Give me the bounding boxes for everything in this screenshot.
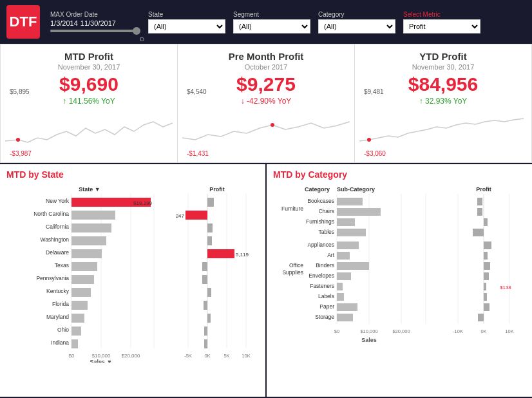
svg-text:Chairs: Chairs — [318, 208, 334, 214]
svg-text:Furniture: Furniture — [281, 205, 303, 212]
category-select[interactable]: (All) — [318, 19, 395, 33]
svg-text:Washington: Washington — [40, 236, 69, 243]
svg-rect-102 — [477, 208, 482, 216]
kpi-ytd-date: November 30, 2017 — [364, 63, 522, 71]
svg-rect-45 — [207, 223, 213, 232]
state-filter-label: State — [148, 11, 225, 18]
svg-rect-85 — [337, 242, 359, 249]
svg-rect-47 — [207, 249, 234, 258]
svg-text:Supplies: Supplies — [282, 269, 303, 276]
svg-rect-43 — [185, 211, 207, 220]
svg-text:$18,190: $18,190 — [133, 200, 152, 206]
bottom-row: MTD by State State ▼ New York North Caro… — [0, 163, 532, 397]
logo-text: DTF — [10, 14, 37, 30]
date-range: 1/3/2014 11/30/2017 — [50, 19, 140, 27]
svg-text:Indiana: Indiana — [51, 339, 69, 346]
svg-rect-55 — [204, 339, 207, 348]
svg-text:Binders: Binders — [316, 262, 334, 269]
svg-rect-107 — [484, 262, 490, 270]
svg-text:Pennsylvania: Pennsylvania — [36, 275, 69, 281]
svg-point-0 — [16, 138, 20, 142]
metric-filter-label: Select Metric — [403, 11, 480, 18]
state-filter-group: State (All) — [148, 11, 225, 33]
date-slider-track[interactable]: D — [50, 30, 140, 32]
svg-text:Sales ▼: Sales ▼ — [90, 359, 113, 363]
svg-text:Office: Office — [289, 262, 303, 269]
state-sales-svg: State ▼ New York North Carolina Californ… — [6, 184, 173, 363]
svg-rect-22 — [71, 211, 115, 220]
svg-text:New York: New York — [46, 198, 70, 204]
category-charts: Category Sub-Category Furniture Bookcase… — [273, 184, 526, 363]
metric-select[interactable]: Profit — [403, 19, 480, 33]
svg-rect-84 — [337, 229, 366, 236]
svg-text:Kentucky: Kentucky — [46, 288, 70, 294]
svg-text:5,119: 5,119 — [236, 252, 249, 258]
svg-text:Profit: Profit — [209, 186, 225, 193]
svg-rect-32 — [71, 339, 78, 348]
svg-rect-103 — [484, 218, 488, 226]
kpi-mtd-profit-value: $9,690 — [10, 73, 168, 95]
svg-text:Bookcases: Bookcases — [307, 198, 334, 204]
svg-text:Envelopes: Envelopes — [309, 272, 334, 279]
svg-rect-101 — [477, 198, 482, 205]
svg-text:0K: 0K — [480, 328, 486, 334]
svg-text:Storage: Storage — [315, 314, 334, 320]
svg-text:-10K: -10K — [453, 328, 463, 334]
kpi-ytd-profit: YTD Profit November 30, 2017 $84,956 ↑ 3… — [354, 44, 532, 163]
state-select[interactable]: (All) — [148, 19, 225, 33]
svg-rect-53 — [207, 314, 211, 323]
segment-select[interactable]: (All) — [233, 19, 310, 33]
kpi-mtd-profit-yoy: ↑ 141.56% YoY — [10, 97, 168, 106]
svg-text:$20,000: $20,000 — [122, 353, 140, 359]
kpi-pre-yoy: ↓ -42.90% YoY — [187, 97, 345, 106]
kpi-pre-value: $9,275 — [187, 73, 345, 95]
svg-text:Category: Category — [305, 186, 330, 193]
svg-text:Delaware: Delaware — [46, 249, 69, 256]
svg-rect-29 — [71, 301, 88, 310]
svg-text:$138: $138 — [500, 285, 511, 290]
segment-filter-label: Segment — [233, 11, 310, 18]
svg-rect-82 — [337, 208, 381, 216]
date-end: 11/30/2017 — [81, 19, 116, 27]
state-waterfall-svg: Profit -4,247 — [175, 184, 259, 363]
svg-text:Labels: Labels — [318, 293, 334, 299]
svg-rect-87 — [337, 262, 369, 270]
svg-text:Art: Art — [327, 252, 335, 258]
kpi-pre-ref-high: $4,540 — [187, 88, 207, 95]
logo: DTF — [6, 5, 40, 39]
svg-text:Texas: Texas — [55, 262, 69, 269]
segment-filter-group: Segment (All) — [233, 11, 310, 33]
svg-text:-4,247: -4,247 — [175, 213, 185, 219]
svg-rect-28 — [71, 288, 91, 297]
svg-rect-86 — [337, 252, 350, 260]
kpi-mtd-ref-low: -$3,987 — [10, 150, 32, 157]
svg-rect-89 — [337, 283, 343, 290]
svg-text:Florida: Florida — [52, 301, 69, 307]
svg-rect-23 — [71, 223, 111, 232]
kpi-pre-month-profit: Pre Month Profit October 2017 $9,275 ↓ -… — [178, 44, 354, 163]
category-sales-chart: Category Sub-Category Furniture Bookcase… — [273, 184, 439, 363]
kpi-mtd-profit-sparkline — [1, 115, 177, 151]
header: DTF MAX Order Date 1/3/2014 11/30/2017 D… — [0, 0, 532, 44]
svg-text:Profit: Profit — [476, 186, 491, 193]
svg-rect-91 — [337, 303, 357, 311]
svg-rect-112 — [484, 303, 489, 311]
kpi-pre-date: October 2017 — [187, 63, 345, 71]
svg-rect-111 — [484, 293, 487, 301]
state-charts: State ▼ New York North Carolina Californ… — [6, 184, 259, 363]
slider-fill — [50, 30, 140, 32]
category-filter-label: Category — [318, 11, 395, 18]
svg-rect-25 — [71, 249, 102, 258]
svg-rect-81 — [337, 198, 363, 205]
svg-rect-24 — [71, 236, 106, 245]
svg-rect-110 — [484, 283, 486, 290]
svg-rect-49 — [202, 262, 207, 271]
svg-text:$10,000: $10,000 — [360, 328, 377, 334]
kpi-pre-ref-low: -$1,431 — [187, 150, 209, 157]
kpi-mtd-profit: MTD Profit November 30, 2017 $9,690 ↑ 14… — [0, 44, 178, 163]
svg-text:Maryland: Maryland — [46, 314, 69, 320]
header-controls: MAX Order Date 1/3/2014 11/30/2017 D Sta… — [50, 11, 526, 33]
slider-label: D — [140, 36, 145, 43]
svg-rect-27 — [71, 275, 94, 284]
slider-thumb[interactable] — [133, 27, 140, 35]
